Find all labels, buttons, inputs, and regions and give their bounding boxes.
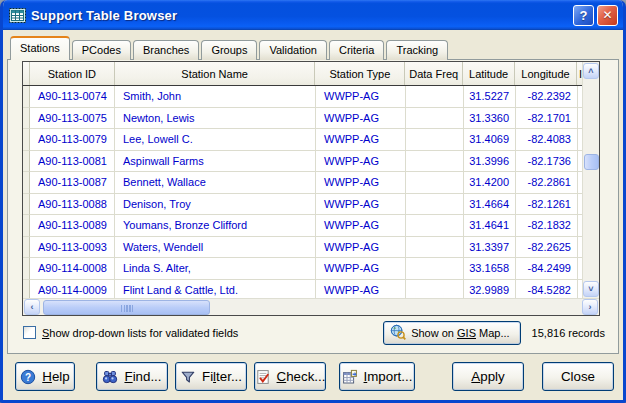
cell-station-id: A90-113-0074 bbox=[30, 86, 115, 108]
tab-tracking[interactable]: Tracking bbox=[386, 40, 448, 60]
import-button[interactable]: Import... bbox=[339, 362, 415, 391]
apply-button[interactable]: Apply bbox=[452, 362, 524, 391]
row-selector-cell bbox=[23, 237, 30, 259]
cell-station-type: WWPP-AG bbox=[316, 86, 406, 108]
tab-stations[interactable]: Stations bbox=[10, 36, 70, 60]
vertical-scroll-thumb[interactable] bbox=[584, 154, 599, 170]
table-row[interactable]: A90-113-0088Denison, TroyWWPP-AG31.4664-… bbox=[23, 194, 582, 216]
column-header-station-name[interactable]: Station Name bbox=[115, 62, 316, 85]
titlebar[interactable]: Support Table Browser ? ✕ bbox=[3, 0, 623, 30]
table-row[interactable]: A90-114-0008Linda S. Alter,WWPP-AG33.165… bbox=[23, 258, 582, 280]
cell-station-name: Denison, Troy bbox=[115, 194, 316, 216]
cell-latitude: 31.4664 bbox=[464, 194, 516, 216]
tab-bar: StationsPCodesBranchesGroupsValidationCr… bbox=[10, 30, 623, 60]
cell-data-freq bbox=[406, 215, 464, 237]
validated-fields-checkbox[interactable] bbox=[23, 326, 36, 339]
row-selector-cell bbox=[23, 129, 30, 151]
column-header-longitude[interactable]: Longitude bbox=[515, 62, 577, 85]
cell-longitude: -82.1832 bbox=[516, 215, 578, 237]
cell-station-name: Waters, Wendell bbox=[115, 237, 316, 259]
table-row[interactable]: A90-113-0089Youmans, Bronze CliffordWWPP… bbox=[23, 215, 582, 237]
table-row[interactable]: A90-113-0081Aspinwall FarmsWWPP-AG31.399… bbox=[23, 151, 582, 173]
tab-groups[interactable]: Groups bbox=[201, 40, 257, 60]
import-button-label: Import... bbox=[364, 369, 413, 384]
scroll-right-button[interactable]: › bbox=[582, 299, 598, 315]
cell-station-type: WWPP-AG bbox=[316, 194, 406, 216]
tab-criteria[interactable]: Criteria bbox=[329, 40, 384, 60]
cell-latitude: 31.3397 bbox=[464, 237, 516, 259]
titlebar-help-button[interactable]: ? bbox=[573, 5, 594, 26]
horizontal-scrollbar[interactable]: ‹ › bbox=[23, 298, 599, 315]
cell-station-id: A90-113-0079 bbox=[30, 129, 115, 151]
cell-station-type: WWPP-AG bbox=[316, 215, 406, 237]
titlebar-close-button[interactable]: ✕ bbox=[597, 5, 618, 26]
close-button[interactable]: Close bbox=[542, 362, 614, 391]
table-footer: Show drop-down lists for validated field… bbox=[17, 320, 609, 345]
column-header-station-type[interactable]: Station Type bbox=[315, 62, 405, 85]
help-button-label: Help bbox=[42, 369, 69, 384]
cell-station-id: A90-113-0089 bbox=[30, 215, 115, 237]
table-row[interactable]: A90-113-0079Lee, Lowell C.WWPP-AG31.4069… bbox=[23, 129, 582, 151]
validated-fields-checkbox-label[interactable]: Show drop-down lists for validated field… bbox=[42, 327, 238, 339]
table-row[interactable]: A90-113-0087Bennett, WallaceWWPP-AG31.42… bbox=[23, 172, 582, 194]
column-header-station-id[interactable]: Station ID bbox=[30, 62, 115, 85]
cell-station-type: WWPP-AG bbox=[316, 151, 406, 173]
cell-data-freq bbox=[406, 172, 464, 194]
check-button[interactable]: Check... bbox=[254, 362, 326, 391]
row-selector-cell bbox=[23, 194, 30, 216]
find-icon bbox=[102, 369, 118, 385]
scroll-left-button[interactable]: ‹ bbox=[24, 299, 40, 315]
table-row[interactable]: A90-113-0075Newton, LewisWWPP-AG31.3360-… bbox=[23, 108, 582, 130]
cell-station-type: WWPP-AG bbox=[316, 280, 406, 299]
filter-button-label: Filter... bbox=[202, 369, 242, 384]
find-button-label: Find... bbox=[124, 369, 161, 384]
cell-latitude: 31.4641 bbox=[464, 215, 516, 237]
table-row[interactable]: A90-113-0093Waters, WendellWWPP-AG31.339… bbox=[23, 237, 582, 259]
cell-station-type: WWPP-AG bbox=[316, 172, 406, 194]
cell-longitude: -84.2499 bbox=[516, 258, 578, 280]
check-button-label: Check... bbox=[277, 369, 326, 384]
cell-data-freq bbox=[406, 280, 464, 299]
cell-longitude: -84.5282 bbox=[516, 280, 578, 299]
row-selector-cell bbox=[23, 280, 30, 299]
stations-table: Station IDStation NameStation TypeData F… bbox=[22, 61, 600, 316]
tab-branches[interactable]: Branches bbox=[133, 40, 199, 60]
find-button[interactable]: Find... bbox=[96, 362, 168, 391]
cell-station-name: Newton, Lewis bbox=[115, 108, 316, 130]
cell-data-freq bbox=[406, 129, 464, 151]
scroll-up-button[interactable]: ˄ bbox=[583, 63, 599, 79]
show-on-gis-map-button[interactable]: Show on GIS Map... bbox=[383, 321, 520, 345]
cell-station-name: Youmans, Bronze Clifford bbox=[115, 215, 316, 237]
table-icon bbox=[9, 7, 26, 24]
tab-pcodes[interactable]: PCodes bbox=[72, 40, 131, 60]
cell-longitude: -82.1736 bbox=[516, 151, 578, 173]
cell-station-id: A90-113-0088 bbox=[30, 194, 115, 216]
cell-station-id: A90-113-0081 bbox=[30, 151, 115, 173]
cell-station-name: Smith, John bbox=[115, 86, 316, 108]
check-icon bbox=[255, 369, 271, 385]
horizontal-scroll-thumb[interactable] bbox=[43, 300, 210, 315]
column-header-latitude[interactable]: Latitude bbox=[463, 62, 515, 85]
cell-latitude: 31.3360 bbox=[464, 108, 516, 130]
table-row[interactable]: A90-114-0009Flint Land & Cattle, Ltd.WWP… bbox=[23, 280, 582, 299]
cell-station-type: WWPP-AG bbox=[316, 258, 406, 280]
scroll-down-button[interactable]: ˅ bbox=[583, 281, 599, 297]
filter-button[interactable]: Filter... bbox=[175, 362, 247, 391]
row-selector-cell bbox=[23, 108, 30, 130]
dialog-button-bar: ?HelpFind...Filter...Check...Import...Ap… bbox=[3, 362, 623, 391]
cell-longitude: -82.1701 bbox=[516, 108, 578, 130]
row-selector-cell bbox=[23, 258, 30, 280]
help-button[interactable]: ?Help bbox=[15, 362, 75, 391]
column-header-data-freq[interactable]: Data Freq bbox=[405, 62, 463, 85]
cell-data-freq bbox=[406, 151, 464, 173]
tab-validation[interactable]: Validation bbox=[259, 40, 327, 60]
cell-data-freq bbox=[406, 86, 464, 108]
cell-station-name: Bennett, Wallace bbox=[115, 172, 316, 194]
cell-longitude: -82.1261 bbox=[516, 194, 578, 216]
table-row[interactable]: A90-113-0074Smith, JohnWWPP-AG31.5227-82… bbox=[23, 86, 582, 108]
cell-latitude: 33.1658 bbox=[464, 258, 516, 280]
cell-station-id: A90-114-0009 bbox=[30, 280, 115, 299]
cell-longitude: -82.2861 bbox=[516, 172, 578, 194]
vertical-scrollbar[interactable]: ˄ ˅ bbox=[582, 62, 599, 298]
cell-station-name: Flint Land & Cattle, Ltd. bbox=[115, 280, 316, 299]
